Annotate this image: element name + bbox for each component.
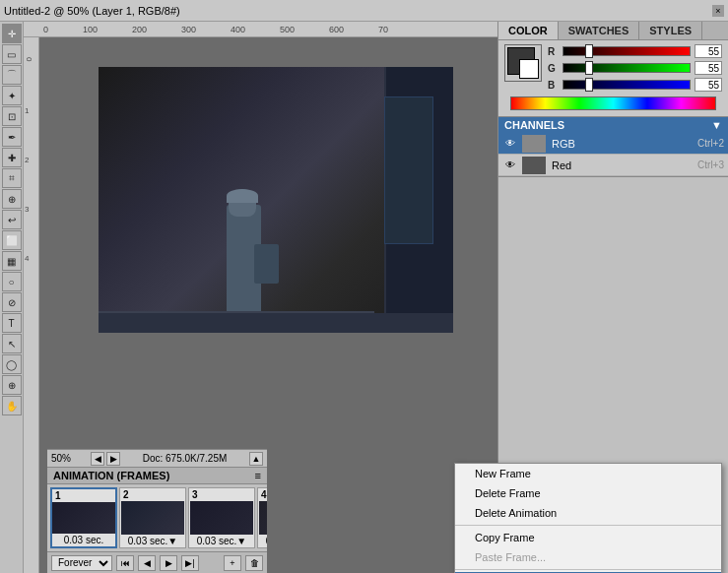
ctrl-prev-frame[interactable]: ◀	[138, 555, 156, 571]
frame-num-1: 1	[52, 489, 64, 502]
tool-eyedropper[interactable]: ✒	[2, 127, 22, 147]
zoom-nav-next[interactable]: ▶	[106, 452, 120, 466]
tool-zoom[interactable]: ⊕	[2, 375, 22, 395]
tool-spot-heal[interactable]: ✚	[2, 148, 22, 167]
zoom-nav-prev[interactable]: ◀	[91, 452, 104, 466]
ruler-horizontal: 0 100 200 300 400 500 600 70	[24, 22, 497, 37]
ctrl-rewind[interactable]: ⏮	[116, 555, 134, 571]
app-container: Untitled-2 @ 50% (Layer 1, RGB/8#) × ✛ ▭…	[0, 0, 728, 573]
animation-header: ANIMATION (FRAMES) ≡	[47, 468, 267, 484]
frame-item-2[interactable]: 2 0.03 sec.▼	[119, 487, 186, 548]
blue-slider-thumb[interactable]	[585, 78, 593, 92]
tool-text[interactable]: T	[2, 313, 22, 333]
tool-crop[interactable]: ⊡	[2, 106, 22, 126]
tool-path-select[interactable]: ↖	[2, 334, 22, 353]
channel-shortcut-red: Ctrl+3	[697, 159, 724, 170]
tool-eraser[interactable]: ⬜	[2, 230, 22, 250]
left-toolbar: ✛ ▭ ⌒ ✦ ⊡ ✒ ✚ ⌗ ⊕ ↩ ⬜ ▦ ○ ⊘ T ↖ ◯ ⊕ ✋	[0, 22, 24, 573]
blue-value[interactable]: 55	[695, 78, 722, 92]
green-slider-thumb[interactable]	[585, 61, 593, 75]
tool-lasso[interactable]: ⌒	[2, 65, 22, 85]
menu-delete-frame[interactable]: Delete Frame	[455, 483, 721, 503]
color-sliders: R 55 G	[498, 40, 728, 116]
color-panel-tabs: COLOR SWATCHES STYLES	[498, 22, 728, 40]
tab-color[interactable]: COLOR	[498, 22, 559, 39]
dropdown-menu: New Frame Delete Frame Delete Animation …	[454, 463, 722, 573]
tool-gradient[interactable]: ▦	[2, 251, 22, 271]
channels-header: CHANNELS ▼	[498, 117, 728, 133]
red-slider-row: R 55	[548, 44, 722, 58]
color-spectrum[interactable]	[510, 96, 716, 110]
tool-shape[interactable]: ◯	[2, 354, 22, 374]
red-slider-thumb[interactable]	[585, 44, 593, 58]
ctrl-next-frame[interactable]: ▶|	[181, 555, 199, 571]
green-slider-bg	[563, 63, 691, 73]
tool-history[interactable]: ↩	[2, 210, 22, 229]
menu-new-frame[interactable]: New Frame	[455, 464, 721, 483]
frame-num-2: 2	[120, 488, 132, 501]
ctrl-add-frame[interactable]: +	[224, 555, 241, 571]
frame-time-2[interactable]: 0.03 sec.▼	[127, 535, 178, 547]
green-slider-track[interactable]	[563, 63, 691, 73]
tool-pen[interactable]: ⊘	[2, 292, 22, 312]
animation-title: ANIMATION (FRAMES)	[53, 470, 169, 481]
color-panel: COLOR SWATCHES STYLES R	[498, 22, 728, 117]
zoom-scroll-up[interactable]: ▲	[249, 452, 263, 466]
frame-time-3[interactable]: 0.03 sec.▼	[196, 535, 247, 547]
ctrl-play[interactable]: ▶	[160, 555, 177, 571]
channel-shortcut-rgb: Ctrl+2	[697, 138, 724, 149]
animation-menu-button[interactable]: ≡	[255, 470, 261, 481]
ctrl-delete-frame[interactable]: 🗑	[245, 555, 263, 571]
tab-styles[interactable]: STYLES	[639, 22, 702, 39]
blue-slider-bg	[563, 80, 691, 90]
menu-delete-animation[interactable]: Delete Animation	[455, 503, 721, 523]
color-preview[interactable]	[504, 44, 542, 82]
green-label: G	[548, 63, 560, 74]
sliders-area: R 55 G	[548, 44, 722, 95]
tab-swatches[interactable]: SWATCHES	[559, 22, 640, 39]
frame-item-3[interactable]: 3 0.03 sec.▼	[188, 487, 255, 548]
frame-time-4[interactable]: 0.03 sec.▼	[265, 535, 267, 547]
zoom-doc-info: Doc: 675.0K/7.25M	[120, 453, 249, 464]
blue-label: B	[548, 80, 560, 91]
red-value[interactable]: 55	[695, 44, 722, 58]
green-value[interactable]: 55	[695, 61, 722, 75]
menu-copy-frame[interactable]: Copy Frame	[455, 528, 721, 547]
channel-thumb-rgb	[522, 135, 546, 153]
tool-hand[interactable]: ✋	[2, 396, 22, 415]
tool-dodge[interactable]: ○	[2, 272, 22, 291]
green-slider-row: G 55	[548, 61, 722, 75]
document-canvas	[99, 67, 453, 333]
loop-select[interactable]: Forever Once 3 Times	[51, 555, 112, 571]
frame-time-1[interactable]: 0.03 sec.	[63, 534, 105, 546]
frame-thumb-1	[52, 502, 115, 534]
title-bar-close-button[interactable]: ×	[712, 5, 724, 17]
blue-slider-row: B 55	[548, 78, 722, 92]
channel-row-rgb[interactable]: 👁 RGB Ctrl+2	[498, 133, 728, 155]
channel-row-red[interactable]: 👁 Red Ctrl+3	[498, 155, 728, 176]
blue-slider-track[interactable]	[563, 80, 691, 90]
tool-magic-wand[interactable]: ✦	[2, 86, 22, 105]
frame-item-4[interactable]: 4 0.03 sec.▼	[257, 487, 267, 548]
frame-thumb-2	[121, 501, 184, 535]
red-slider-track[interactable]	[563, 46, 691, 56]
channels-menu-icon[interactable]: ▼	[711, 119, 722, 131]
canvas-image	[99, 67, 453, 333]
animation-controls: Forever Once 3 Times ⏮ ◀ ▶ ▶| + 🗑	[47, 551, 267, 573]
channel-eye-rgb[interactable]: 👁	[502, 136, 518, 152]
animation-frames: 1 0.03 sec. 2 0.03 sec.▼	[47, 484, 267, 551]
frame-num-3: 3	[189, 488, 201, 501]
tool-brush[interactable]: ⌗	[2, 168, 22, 188]
channel-thumb-red	[522, 157, 546, 174]
frame-item-1[interactable]: 1 0.03 sec.	[50, 487, 117, 548]
frame-thumb-3	[190, 501, 253, 535]
channel-eye-red[interactable]: 👁	[502, 158, 518, 173]
title-bar: Untitled-2 @ 50% (Layer 1, RGB/8#) ×	[0, 0, 728, 22]
background-color[interactable]	[519, 59, 539, 79]
tool-clone[interactable]: ⊕	[2, 189, 22, 209]
title-bar-text: Untitled-2 @ 50% (Layer 1, RGB/8#)	[4, 5, 712, 17]
tool-move[interactable]: ✛	[2, 24, 22, 43]
tool-select-rect[interactable]: ▭	[2, 44, 22, 64]
channels-title: CHANNELS	[504, 119, 564, 131]
frame-num-4: 4	[258, 488, 267, 501]
